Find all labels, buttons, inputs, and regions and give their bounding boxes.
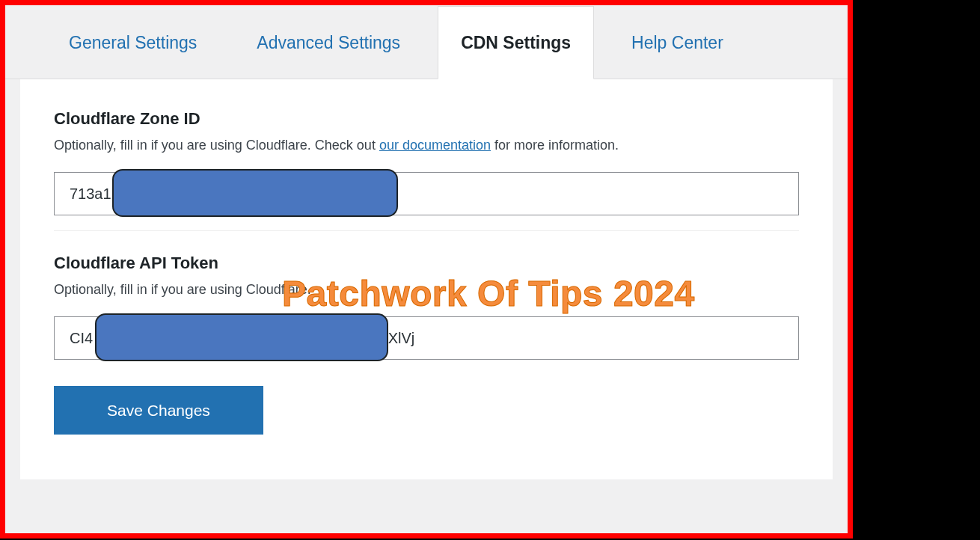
tab-general-settings[interactable]: General Settings bbox=[46, 6, 219, 79]
tab-help-center[interactable]: Help Center bbox=[609, 6, 746, 79]
documentation-link[interactable]: our documentation bbox=[379, 138, 491, 153]
cloudflare-zone-id-input[interactable] bbox=[54, 172, 799, 215]
tab-advanced-settings[interactable]: Advanced Settings bbox=[234, 6, 423, 79]
settings-tabs: General Settings Advanced Settings CDN S… bbox=[5, 5, 848, 79]
zone-input-wrap bbox=[54, 172, 799, 215]
zone-description: Optionally, fill in if you are using Clo… bbox=[54, 138, 799, 153]
zone-desc-pre: Optionally, fill in if you are using Clo… bbox=[54, 138, 379, 153]
token-heading: Cloudflare API Token bbox=[54, 254, 799, 273]
zone-heading: Cloudflare Zone ID bbox=[54, 109, 799, 129]
cloudflare-zone-section: Cloudflare Zone ID Optionally, fill in i… bbox=[54, 109, 799, 230]
zone-desc-post: for more information. bbox=[491, 138, 619, 153]
settings-page: General Settings Advanced Settings CDN S… bbox=[5, 5, 848, 533]
tab-cdn-settings[interactable]: CDN Settings bbox=[438, 6, 594, 79]
red-frame: General Settings Advanced Settings CDN S… bbox=[0, 0, 853, 539]
save-changes-button[interactable]: Save Changes bbox=[54, 386, 263, 435]
cdn-settings-panel: Cloudflare Zone ID Optionally, fill in i… bbox=[20, 79, 833, 479]
token-input-wrap bbox=[54, 316, 799, 360]
cloudflare-api-token-input[interactable] bbox=[54, 316, 799, 360]
cloudflare-token-section: Cloudflare API Token Optionally, fill in… bbox=[54, 230, 799, 457]
token-description: Optionally, fill in if you are using Clo… bbox=[54, 282, 799, 298]
